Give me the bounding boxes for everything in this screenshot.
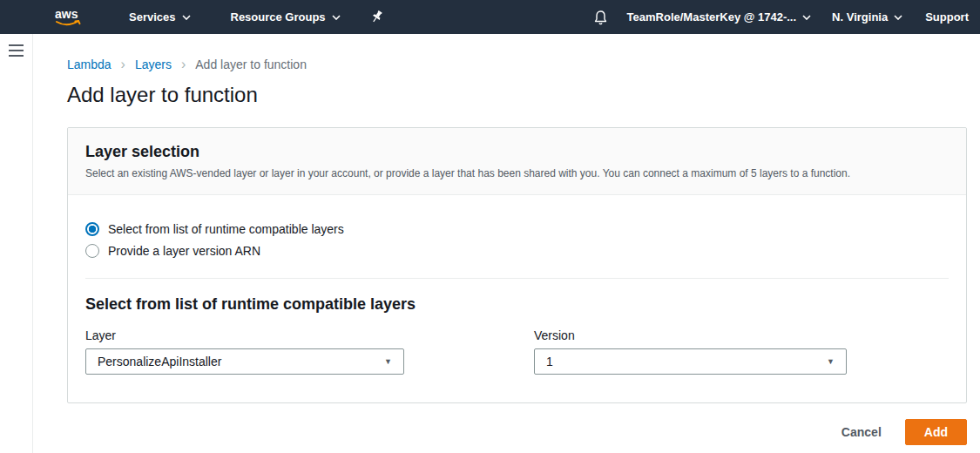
radio-layer-version-arn[interactable]: Provide a layer version ARN: [85, 244, 949, 258]
card-title: Layer selection: [85, 143, 949, 161]
nav-support-label: Support: [925, 10, 969, 24]
breadcrumb-layers[interactable]: Layers: [135, 57, 172, 71]
page-title: Add layer to function: [67, 83, 980, 107]
section-title: Select from list of runtime compatible l…: [85, 295, 949, 314]
layer-field-label: Layer: [85, 328, 534, 342]
version-field-label: Version: [534, 328, 847, 342]
runtime-compatible-section: Select from list of runtime compatible l…: [68, 279, 966, 402]
version-select-value: 1: [546, 355, 553, 368]
chevron-down-icon: ▼: [384, 357, 392, 366]
region-menu[interactable]: N. Virginia: [832, 10, 902, 24]
pin-shortcut-button[interactable]: [370, 10, 383, 24]
layer-select-value: PersonalizeApiInstaller: [98, 355, 221, 368]
nav-resource-groups[interactable]: Resource Groups: [231, 10, 341, 24]
layer-field: Layer PersonalizeApiInstaller ▼: [85, 328, 534, 375]
pushpin-icon: [370, 10, 383, 24]
layer-source-radio-group: Select from list of runtime compatible l…: [68, 195, 966, 278]
nav-support[interactable]: Support: [925, 10, 969, 24]
account-menu-label: TeamRole/MasterKey @ 1742-...: [627, 10, 797, 24]
chevron-down-icon: [182, 15, 191, 20]
region-menu-label: N. Virginia: [832, 10, 888, 24]
radio-selected-icon: [85, 222, 99, 236]
chevron-down-icon: [332, 15, 341, 20]
layer-select[interactable]: PersonalizeApiInstaller ▼: [85, 348, 404, 375]
layer-selection-card: Layer selection Select an existing AWS-v…: [67, 127, 967, 403]
sidebar-rail: [0, 34, 33, 453]
version-select[interactable]: 1 ▼: [534, 348, 847, 375]
chevron-down-icon: [802, 15, 811, 20]
aws-logo-icon: aws: [52, 6, 85, 29]
radio-runtime-compatible-label: Select from list of runtime compatible l…: [108, 222, 344, 236]
notifications-button[interactable]: [593, 10, 608, 25]
field-row: Layer PersonalizeApiInstaller ▼ Version …: [85, 328, 949, 375]
radio-unselected-icon: [85, 244, 99, 258]
topbar-right-group: TeamRole/MasterKey @ 1742-... N. Virgini…: [593, 10, 969, 25]
menu-icon[interactable]: [9, 44, 24, 57]
form-actions: Cancel Add: [67, 419, 967, 445]
card-header: Layer selection Select an existing AWS-v…: [68, 128, 966, 195]
radio-runtime-compatible-layers[interactable]: Select from list of runtime compatible l…: [85, 222, 949, 236]
cancel-button[interactable]: Cancel: [841, 425, 882, 439]
main-content: Lambda › Layers › Add layer to function …: [33, 34, 980, 453]
chevron-down-icon: ▼: [827, 357, 835, 366]
radio-layer-version-arn-label: Provide a layer version ARN: [108, 244, 260, 258]
account-menu[interactable]: TeamRole/MasterKey @ 1742-...: [627, 10, 812, 24]
card-description: Select an existing AWS-vended layer or l…: [85, 167, 949, 179]
bell-icon: [593, 10, 608, 25]
breadcrumb-lambda[interactable]: Lambda: [67, 57, 112, 71]
nav-resource-groups-label: Resource Groups: [231, 10, 326, 24]
version-field: Version 1 ▼: [534, 328, 847, 375]
breadcrumb-current: Add layer to function: [195, 57, 307, 71]
chevron-right-icon: ›: [181, 58, 186, 71]
chevron-down-icon: [894, 15, 902, 20]
topbar: aws Services Resource Groups: [0, 0, 980, 34]
page-body: Lambda › Layers › Add layer to function …: [0, 34, 980, 453]
svg-text:aws: aws: [55, 7, 78, 21]
chevron-right-icon: ›: [121, 58, 125, 71]
nav-services-label: Services: [129, 10, 176, 24]
breadcrumb: Lambda › Layers › Add layer to function: [67, 57, 980, 71]
add-button[interactable]: Add: [905, 419, 967, 445]
nav-services[interactable]: Services: [129, 10, 191, 24]
aws-logo[interactable]: aws: [52, 6, 85, 29]
